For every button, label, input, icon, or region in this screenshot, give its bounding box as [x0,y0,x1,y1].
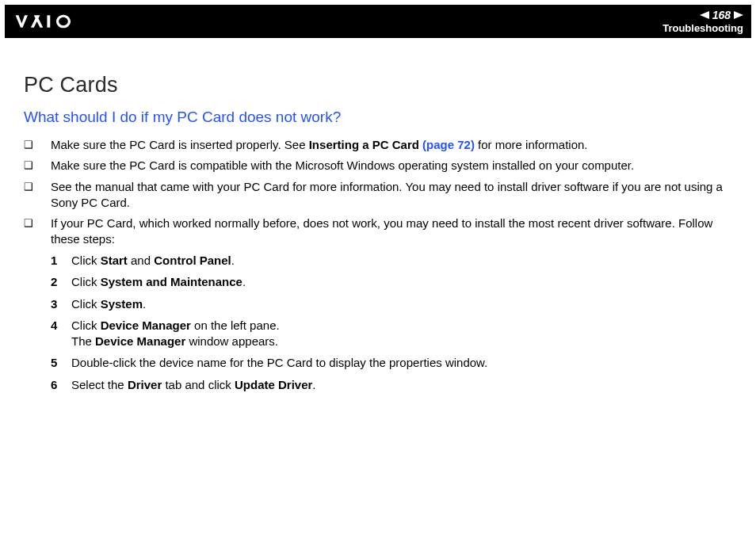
bullet-marker-icon: ❑ [24,158,51,173]
numbered-steps: 1 Click Start and Control Panel. 2 Click… [51,253,732,393]
bullet-text: If your PC Card, which worked normally b… [51,216,732,248]
svg-rect-0 [47,15,50,27]
step-text: Click Start and Control Panel. [71,253,732,269]
bullet-list: ❑ Make sure the PC Card is inserted prop… [24,137,732,248]
step-number: 6 [51,377,71,393]
step-text: Click Device Manager on the left pane. T… [71,318,732,349]
step-item: 3 Click System. [51,296,732,312]
step-item: 4 Click Device Manager on the left pane.… [51,318,732,349]
step-number: 1 [51,253,71,269]
bullet-marker-icon: ❑ [24,179,51,194]
bullet-text: Make sure the PC Card is inserted proper… [51,137,732,153]
svg-marker-2 [734,11,743,19]
step-text: Select the Driver tab and click Update D… [71,377,732,393]
step-item: 2 Click System and Maintenance. [51,274,732,290]
section-name: Troubleshooting [662,22,743,34]
step-number: 5 [51,355,71,371]
step-text: Click System. [71,296,732,312]
step-item: 5 Double-click the device name for the P… [51,355,732,371]
svg-marker-1 [700,11,709,19]
bullet-text: See the manual that came with your PC Ca… [51,179,732,212]
step-item: 1 Click Start and Control Panel. [51,253,732,269]
next-page-arrow-icon[interactable] [734,11,743,19]
step-number: 3 [51,296,71,312]
bullet-marker-icon: ❑ [24,216,51,231]
step-number: 2 [51,274,71,290]
bullet-text: Make sure the PC Card is compatible with… [51,158,732,174]
prev-page-arrow-icon[interactable] [700,11,709,19]
bullet-item: ❑ If your PC Card, which worked normally… [24,216,732,248]
page-title: PC Cards [24,73,732,97]
page-link[interactable]: (page 72) [422,138,475,151]
header-bar: 168 Troubleshooting [5,5,751,38]
bullet-item: ❑ Make sure the PC Card is compatible wi… [24,158,732,174]
step-number: 4 [51,318,71,334]
page-number: 168 [712,10,731,21]
vaio-logo [13,14,100,29]
page-subtitle: What should I do if my PC Card does not … [24,109,732,126]
step-item: 6 Select the Driver tab and click Update… [51,377,732,393]
bullet-item: ❑ Make sure the PC Card is inserted prop… [24,137,732,153]
page-navigation: 168 Troubleshooting [662,10,743,34]
step-text: Double-click the device name for the PC … [71,355,732,371]
step-text: Click System and Maintenance. [71,274,732,290]
bullet-item: ❑ See the manual that came with your PC … [24,179,732,212]
bullet-marker-icon: ❑ [24,137,51,152]
content: PC Cards What should I do if my PC Card … [0,43,756,392]
